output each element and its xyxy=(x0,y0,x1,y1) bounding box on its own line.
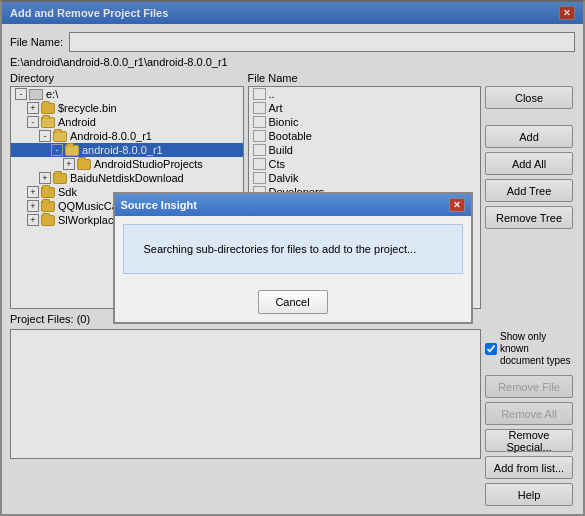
source-insight-dialog: Source Insight ✕ Searching sub-directori… xyxy=(113,192,473,324)
modal-title: Source Insight xyxy=(121,199,197,211)
modal-title-bar: Source Insight ✕ xyxy=(115,194,471,216)
main-dialog: Add and Remove Project Files ✕ File Name… xyxy=(0,0,585,516)
modal-body: Searching sub-directories for files to a… xyxy=(123,224,463,274)
dialog-body: File Name: E:\android\android-8.0.0_r1\a… xyxy=(2,24,583,514)
modal-overlay: Source Insight ✕ Searching sub-directori… xyxy=(2,2,583,514)
modal-footer: Cancel xyxy=(115,282,471,322)
modal-cancel-button[interactable]: Cancel xyxy=(258,290,328,314)
modal-close-button[interactable]: ✕ xyxy=(449,198,465,212)
modal-message: Searching sub-directories for files to a… xyxy=(144,243,417,255)
